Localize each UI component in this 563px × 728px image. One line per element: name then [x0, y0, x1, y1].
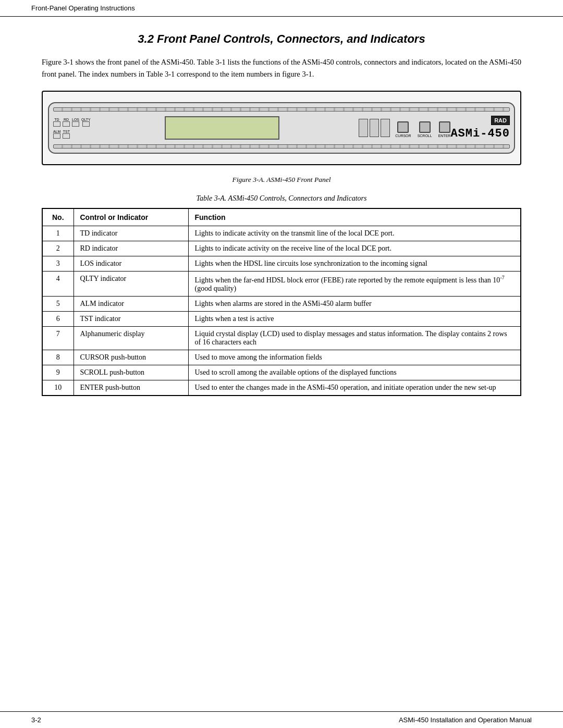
- header: Front-Panel Operating Instructions: [0, 0, 563, 17]
- enter-button-group: ENTER: [438, 121, 451, 138]
- scroll-push-button[interactable]: [419, 121, 431, 133]
- col-no-header: No.: [42, 208, 74, 226]
- alm-led: [53, 133, 60, 139]
- table-caption: Table 3-A. ASMi-450 Controls, Connectors…: [42, 194, 521, 203]
- qlty-indicator-group: QLTY: [81, 118, 91, 127]
- footer-right: ASMi-450 Installation and Operation Manu…: [399, 716, 532, 724]
- front-panel-outer: TD RD LOS Q: [48, 102, 515, 154]
- cell-no: 6: [42, 312, 74, 327]
- qlty-led: [82, 121, 90, 127]
- cell-function: Used to move among the information field…: [188, 350, 521, 365]
- cell-no: 3: [42, 256, 74, 272]
- cell-control: ENTER push-button: [74, 380, 188, 396]
- indicator-row-bottom: ALM TST: [53, 130, 91, 139]
- cell-no: 1: [42, 226, 74, 241]
- enter-push-button[interactable]: [439, 121, 450, 133]
- cell-function: Lights when the HDSL line circuits lose …: [188, 256, 521, 272]
- push-buttons-area: CURSOR SCROLL ENTER: [395, 118, 450, 138]
- los-indicator-group: LOS: [72, 118, 79, 127]
- cell-control: LOS indicator: [74, 256, 188, 272]
- enter-button-label: ENTER: [438, 134, 451, 138]
- cell-function: Lights when a test is active: [188, 312, 521, 327]
- lcd-display: [165, 116, 279, 140]
- cell-no: 7: [42, 327, 74, 350]
- footer: 3-2 ASMi-450 Installation and Operation …: [0, 711, 563, 728]
- cell-no: 4: [42, 272, 74, 297]
- cursor-button-label: CURSOR: [395, 134, 411, 138]
- los-label: LOS: [72, 118, 79, 121]
- cell-control: QLTY indicator: [74, 272, 188, 297]
- col-function-header: Function: [188, 208, 521, 226]
- panel-center: [101, 116, 344, 140]
- td-led: [53, 121, 60, 127]
- cell-function: Lights when the far-end HDSL block error…: [188, 272, 521, 297]
- td-label: TD: [54, 118, 59, 121]
- cell-no: 5: [42, 297, 74, 312]
- cell-no: 2: [42, 241, 74, 256]
- push-buttons: CURSOR SCROLL ENTER: [395, 121, 450, 138]
- los-led: [72, 121, 79, 127]
- figure-caption: Figure 3-A. ASMi-450 Front Panel: [42, 176, 521, 184]
- cell-control: RD indicator: [74, 241, 188, 256]
- scroll-button-label: SCROLL: [418, 134, 432, 138]
- panel-strip-bottom: [53, 144, 510, 149]
- cursor-push-button[interactable]: [397, 121, 409, 133]
- tst-label: TST: [63, 130, 70, 133]
- qlty-label: QLTY: [81, 118, 91, 121]
- panel-connectors: [359, 119, 390, 137]
- tst-led: [63, 133, 70, 139]
- footer-left: 3-2: [31, 716, 41, 724]
- main-content: 3.2 Front Panel Controls, Connectors, an…: [0, 17, 563, 438]
- cell-function: Used to enter the changes made in the AS…: [188, 380, 521, 396]
- cell-no: 10: [42, 380, 74, 396]
- cell-function: Lights to indicate activity on the trans…: [188, 226, 521, 241]
- table-row: 3LOS indicatorLights when the HDSL line …: [42, 256, 521, 272]
- scroll-button-group: SCROLL: [418, 121, 432, 138]
- rd-label: RD: [64, 118, 69, 121]
- asmi-label: ASMi-450: [450, 127, 510, 140]
- table-row: 9SCROLL push-buttonUsed to scroll among …: [42, 365, 521, 380]
- cell-control: ALM indicator: [74, 297, 188, 312]
- table-row: 8CURSOR push-buttonUsed to move among th…: [42, 350, 521, 365]
- cell-no: 8: [42, 350, 74, 365]
- section-title: 3.2 Front Panel Controls, Connectors, an…: [42, 32, 521, 46]
- table-row: 7Alphanumeric displayLiquid crystal disp…: [42, 327, 521, 350]
- table-row: 4QLTY indicatorLights when the far-end H…: [42, 272, 521, 297]
- rad-logo: RAD: [491, 116, 510, 125]
- table-row: 2RD indicatorLights to indicate activity…: [42, 241, 521, 256]
- panel-indicators: TD RD LOS Q: [53, 118, 91, 139]
- panel-inner-row: TD RD LOS Q: [53, 116, 510, 140]
- alm-label: ALM: [53, 130, 60, 133]
- cell-function: Liquid crystal display (LCD) used to dis…: [188, 327, 521, 350]
- rd-led: [63, 121, 70, 127]
- panel-right: RAD ASMi-450: [450, 116, 510, 140]
- table-row: 6TST indicatorLights when a test is acti…: [42, 312, 521, 327]
- cell-control: TST indicator: [74, 312, 188, 327]
- cell-control: TD indicator: [74, 226, 188, 241]
- cell-function: Lights when alarms are stored in the ASM…: [188, 297, 521, 312]
- cursor-button-group: CURSOR: [395, 121, 411, 138]
- diagram-container: TD RD LOS Q: [42, 91, 521, 165]
- cell-no: 9: [42, 365, 74, 380]
- cell-control: SCROLL push-button: [74, 365, 188, 380]
- connector-1: [359, 119, 368, 137]
- tst-indicator-group: TST: [63, 130, 70, 139]
- table-row: 1TD indicatorLights to indicate activity…: [42, 226, 521, 241]
- header-text: Front-Panel Operating Instructions: [31, 4, 135, 12]
- connector-2: [370, 119, 379, 137]
- alm-indicator-group: ALM: [53, 130, 60, 139]
- connector-3: [381, 119, 390, 137]
- indicator-row-top: TD RD LOS Q: [53, 118, 91, 127]
- controls-table: No. Control or Indicator Function 1TD in…: [42, 208, 521, 396]
- page: Front-Panel Operating Instructions 3.2 F…: [0, 0, 563, 728]
- table-row: 10ENTER push-buttonUsed to enter the cha…: [42, 380, 521, 396]
- body-paragraph: Figure 3-1 shows the front panel of the …: [42, 56, 521, 80]
- table-row: 5ALM indicatorLights when alarms are sto…: [42, 297, 521, 312]
- panel-strip-top: [53, 107, 510, 112]
- cell-function: Lights to indicate activity on the recei…: [188, 241, 521, 256]
- rd-indicator-group: RD: [63, 118, 70, 127]
- table-header-row: No. Control or Indicator Function: [42, 208, 521, 226]
- td-indicator-group: TD: [53, 118, 60, 127]
- col-control-header: Control or Indicator: [74, 208, 188, 226]
- cell-control: Alphanumeric display: [74, 327, 188, 350]
